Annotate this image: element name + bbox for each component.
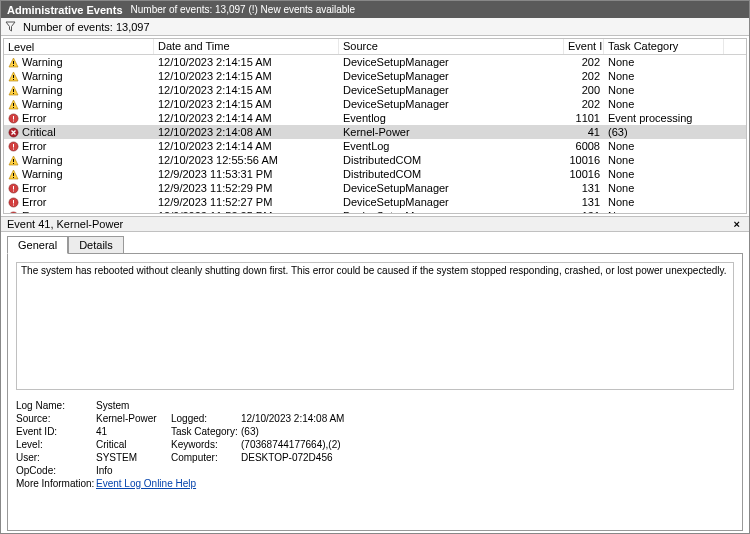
- svg-rect-7: [13, 107, 14, 108]
- grid-header[interactable]: Level Date and Time Source Event ID Task…: [4, 39, 746, 55]
- svg-rect-15: [13, 159, 14, 162]
- svg-point-25: [9, 211, 18, 213]
- event-log-online-help-link[interactable]: Event Log Online Help: [96, 478, 196, 489]
- cell-source: EventLog: [339, 140, 564, 152]
- svg-rect-21: [13, 190, 14, 191]
- table-row[interactable]: Warning12/10/2023 2:14:15 AMDeviceSetupM…: [4, 83, 746, 97]
- cell-source: DeviceSetupManager: [339, 182, 564, 194]
- prop-label-eventid: Event ID:: [16, 426, 96, 437]
- table-row[interactable]: Error12/9/2023 11:52:27 PMDeviceSetupMan…: [4, 195, 746, 209]
- svg-rect-1: [13, 65, 14, 66]
- table-row[interactable]: Error12/10/2023 2:14:14 AMEventLog6008No…: [4, 139, 746, 153]
- cell-task: None: [604, 196, 724, 208]
- col-header-task[interactable]: Task Category: [604, 39, 724, 54]
- svg-rect-10: [13, 120, 14, 121]
- cell-source: DeviceSetupManager: [339, 56, 564, 68]
- cell-level: Error: [4, 210, 154, 213]
- cell-date: 12/10/2023 12:55:56 AM: [154, 154, 339, 166]
- col-header-date[interactable]: Date and Time: [154, 39, 339, 54]
- cell-task: None: [604, 84, 724, 96]
- table-row[interactable]: Warning12/10/2023 2:14:15 AMDeviceSetupM…: [4, 55, 746, 69]
- table-row[interactable]: Error12/10/2023 2:14:14 AMEventlog1101Ev…: [4, 111, 746, 125]
- cell-eventid: 6008: [564, 140, 604, 152]
- svg-rect-16: [13, 163, 14, 164]
- cell-date: 12/10/2023 2:14:14 AM: [154, 140, 339, 152]
- cell-eventid: 200: [564, 84, 604, 96]
- filter-icon[interactable]: [5, 21, 17, 33]
- event-properties: Log Name: System Source: Kernel-Power Lo…: [16, 400, 734, 489]
- prop-label-logname: Log Name:: [16, 400, 96, 411]
- prop-label-level: Level:: [16, 439, 96, 450]
- prop-label-computer: Computer:: [171, 452, 241, 463]
- table-row[interactable]: Warning12/10/2023 2:14:15 AMDeviceSetupM…: [4, 97, 746, 111]
- event-count-text: Number of events: 13,097: [23, 21, 150, 33]
- cell-task: None: [604, 70, 724, 82]
- tab-panel-general: The system has rebooted without cleanly …: [7, 253, 743, 531]
- cell-date: 12/10/2023 2:14:14 AM: [154, 112, 339, 124]
- cell-task: Event processing: [604, 112, 724, 124]
- svg-rect-17: [13, 173, 14, 176]
- prop-label-source: Source:: [16, 413, 96, 424]
- svg-rect-23: [13, 200, 14, 204]
- table-row[interactable]: Error12/9/2023 11:52:29 PMDeviceSetupMan…: [4, 181, 746, 195]
- error-icon: [8, 113, 19, 124]
- tab-general[interactable]: General: [7, 236, 68, 254]
- cell-eventid: 131: [564, 196, 604, 208]
- cell-task: None: [604, 154, 724, 166]
- prop-value-logged: 12/10/2023 2:14:08 AM: [241, 413, 421, 424]
- critical-icon: [8, 127, 19, 138]
- cell-level: Error: [4, 112, 154, 124]
- cell-source: DistributedCOM: [339, 168, 564, 180]
- svg-rect-9: [13, 116, 14, 120]
- col-header-level[interactable]: Level: [4, 39, 154, 54]
- cell-task: None: [604, 98, 724, 110]
- prop-value-opcode: Info: [96, 465, 171, 476]
- cell-eventid: 202: [564, 70, 604, 82]
- tab-details[interactable]: Details: [68, 236, 124, 254]
- cell-eventid: 41: [564, 126, 604, 138]
- cell-date: 12/9/2023 11:52:27 PM: [154, 196, 339, 208]
- svg-rect-18: [13, 177, 14, 178]
- window-title: Administrative Events: [7, 4, 123, 16]
- close-icon[interactable]: ×: [731, 218, 743, 230]
- prop-label-taskcat: Task Category:: [171, 426, 241, 437]
- svg-rect-20: [13, 186, 14, 190]
- cell-level: Warning: [4, 98, 154, 110]
- warning-icon: [8, 71, 19, 82]
- cell-level: Warning: [4, 56, 154, 68]
- svg-rect-2: [13, 75, 14, 78]
- window-subtitle: Number of events: 13,097 (!) New events …: [131, 4, 356, 15]
- table-row[interactable]: Error12/9/2023 11:52:25 PMDeviceSetupMan…: [4, 209, 746, 213]
- cell-eventid: 10016: [564, 154, 604, 166]
- cell-eventid: 202: [564, 56, 604, 68]
- cell-task: None: [604, 140, 724, 152]
- prop-label-opcode: OpCode:: [16, 465, 96, 476]
- grid-body[interactable]: Warning12/10/2023 2:14:15 AMDeviceSetupM…: [4, 55, 746, 213]
- table-row[interactable]: Warning12/10/2023 2:14:15 AMDeviceSetupM…: [4, 69, 746, 83]
- cell-source: Kernel-Power: [339, 126, 564, 138]
- table-row[interactable]: Warning12/9/2023 11:53:31 PMDistributedC…: [4, 167, 746, 181]
- svg-rect-4: [13, 89, 14, 92]
- col-header-eventid[interactable]: Event ID: [564, 39, 604, 54]
- prop-label-moreinfo: More Information:: [16, 478, 96, 489]
- table-row[interactable]: Warning12/10/2023 12:55:56 AMDistributed…: [4, 153, 746, 167]
- warning-icon: [8, 169, 19, 180]
- cell-source: DeviceSetupManager: [339, 84, 564, 96]
- error-icon: [8, 141, 19, 152]
- table-row[interactable]: Critical12/10/2023 2:14:08 AMKernel-Powe…: [4, 125, 746, 139]
- prop-value-level: Critical: [96, 439, 171, 450]
- prop-value-eventid: 41: [96, 426, 171, 437]
- event-description[interactable]: The system has rebooted without cleanly …: [16, 262, 734, 390]
- svg-rect-5: [13, 93, 14, 94]
- prop-value-source: Kernel-Power: [96, 413, 171, 424]
- cell-task: None: [604, 168, 724, 180]
- cell-level: Error: [4, 196, 154, 208]
- detail-header: Event 41, Kernel-Power ×: [1, 216, 749, 232]
- warning-icon: [8, 85, 19, 96]
- cell-eventid: 202: [564, 98, 604, 110]
- svg-rect-13: [13, 144, 14, 148]
- cell-task: None: [604, 182, 724, 194]
- cell-date: 12/10/2023 2:14:15 AM: [154, 98, 339, 110]
- error-icon: [8, 183, 19, 194]
- col-header-source[interactable]: Source: [339, 39, 564, 54]
